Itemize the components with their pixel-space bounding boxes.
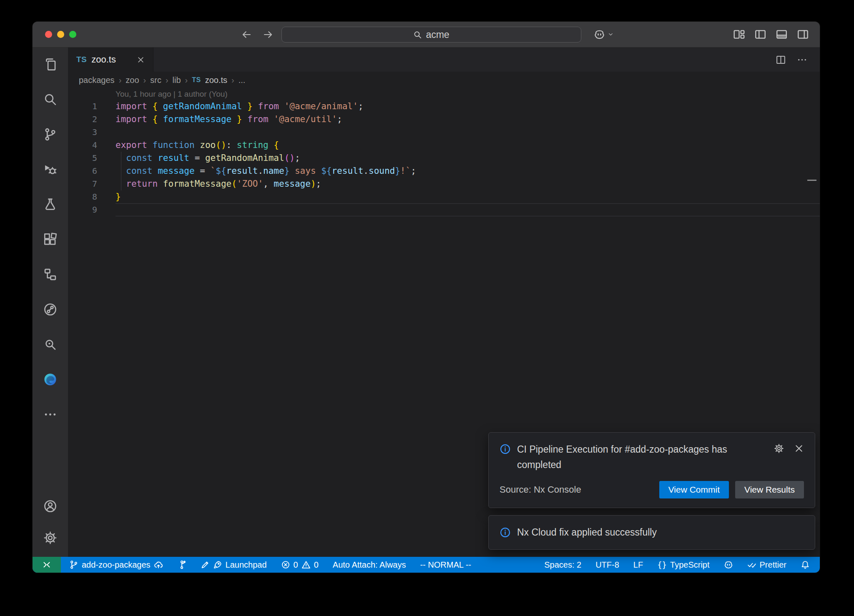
line-number: 2 — [68, 113, 97, 126]
notifications-bell-icon[interactable] — [798, 557, 812, 573]
git-blame-annotation: You, 1 hour ago | 1 author (You) — [116, 88, 820, 100]
code-line[interactable]: 2import { formatMessage } from '@acme/ut… — [68, 113, 820, 126]
formatter-status[interactable]: Prettier — [745, 557, 789, 573]
copilot-status[interactable] — [721, 557, 736, 573]
info-icon — [500, 527, 511, 538]
launchpad-label: Launchpad — [226, 560, 267, 570]
launchpad-button[interactable]: Launchpad — [198, 557, 269, 573]
indent-guide — [121, 152, 121, 190]
line-number: 4 — [68, 139, 97, 152]
activity-bar — [33, 48, 68, 557]
run-debug-icon[interactable] — [40, 158, 61, 180]
toggle-panel-icon[interactable] — [776, 28, 788, 40]
code-line[interactable]: 6 const message = `${result.name} says $… — [68, 165, 820, 178]
breadcrumb-file[interactable]: zoo.ts — [205, 75, 227, 85]
minimize-window-button[interactable] — [57, 31, 64, 38]
notification-settings-gear-icon[interactable] — [774, 443, 784, 453]
copilot-icon[interactable] — [594, 29, 605, 40]
code-line-content: } — [116, 190, 820, 203]
code-line[interactable]: 3 — [68, 126, 820, 139]
settings-gear-icon[interactable] — [40, 527, 61, 548]
breadcrumb-item[interactable]: lib — [173, 75, 181, 85]
account-icon[interactable] — [40, 495, 61, 517]
notification-message: CI Pipeline Execution for #add-zoo-packa… — [517, 442, 753, 473]
warning-count: 0 — [314, 560, 319, 570]
search-references-icon[interactable] — [40, 333, 61, 355]
code-line[interactable]: 7 return formatMessage('ZOO', message); — [68, 178, 820, 190]
code-line-content: export function zoo(): string { — [116, 139, 820, 152]
breadcrumb-item[interactable]: src — [150, 75, 161, 85]
line-number: 7 — [68, 178, 97, 190]
code-line[interactable]: 5 const result = getRandomAnimal(); — [68, 152, 820, 165]
braces-icon: {} — [657, 560, 667, 569]
tab-zoo-ts[interactable]: TS zoo.ts — [68, 48, 153, 72]
zoom-window-button[interactable] — [69, 31, 76, 38]
problems-status[interactable]: 0 0 — [279, 557, 321, 573]
back-arrow-icon[interactable] — [241, 29, 252, 40]
customize-layout-icon[interactable] — [733, 28, 745, 40]
toggle-secondary-sidebar-icon[interactable] — [797, 28, 809, 40]
code-line[interactable]: 8} — [68, 190, 820, 203]
breadcrumb-item[interactable]: zoo — [126, 75, 139, 85]
typescript-file-icon: TS — [192, 76, 201, 84]
line-number: 9 — [68, 203, 97, 216]
remote-indicator[interactable] — [33, 557, 61, 573]
vim-mode-indicator[interactable]: -- NORMAL -- — [417, 557, 474, 573]
chevron-right-icon: › — [143, 75, 146, 85]
breadcrumb-item[interactable]: packages — [79, 75, 115, 85]
notification-message: Nx Cloud fix applied successfully — [517, 525, 657, 540]
split-editor-icon[interactable] — [776, 55, 786, 65]
line-number: 5 — [68, 152, 97, 165]
eol-status[interactable]: LF — [631, 557, 646, 573]
encoding-status[interactable]: UTF-8 — [593, 557, 622, 573]
title-bar: acme — [33, 22, 820, 48]
source-control-graph-button[interactable] — [175, 557, 189, 573]
close-window-button[interactable] — [45, 31, 52, 38]
chevron-right-icon: › — [185, 75, 188, 85]
wand-icon — [201, 560, 210, 569]
line-number: 3 — [68, 126, 97, 139]
code-line-content — [116, 203, 820, 216]
breadcrumb-symbol-overflow[interactable]: ... — [239, 75, 246, 85]
notification-toast: Nx Cloud fix applied successfully — [488, 515, 815, 550]
view-results-button[interactable]: View Results — [735, 481, 804, 498]
error-count: 0 — [294, 560, 298, 570]
line-number: 6 — [68, 165, 97, 178]
code-line[interactable]: 1import { getRandomAnimal } from '@acme/… — [68, 100, 820, 113]
code-line-content — [116, 126, 820, 139]
testing-icon[interactable] — [40, 193, 61, 215]
warning-icon — [301, 560, 311, 569]
nx-console-icon[interactable] — [40, 263, 61, 285]
copilot-icon — [724, 560, 733, 569]
code-line[interactable]: 4export function zoo(): string { — [68, 139, 820, 152]
code-line-content: import { formatMessage } from '@acme/uti… — [116, 113, 820, 126]
chevron-right-icon: › — [119, 75, 122, 85]
tab-close-icon[interactable] — [137, 56, 145, 64]
edge-browser-icon[interactable] — [40, 368, 61, 390]
indentation-status[interactable]: Spaces: 2 — [542, 557, 584, 573]
pipeline-graph-icon[interactable] — [40, 298, 61, 320]
language-mode-status[interactable]: {} TypeScript — [655, 557, 712, 573]
code-line-content: const result = getRandomAnimal(); — [116, 152, 820, 165]
notification-close-icon[interactable] — [794, 443, 804, 453]
chevron-down-icon[interactable] — [608, 31, 614, 38]
explorer-icon[interactable] — [40, 53, 61, 75]
overview-ruler-mark — [807, 180, 816, 181]
source-control-icon[interactable] — [40, 123, 61, 145]
editor-more-actions-icon[interactable] — [797, 55, 807, 65]
breadcrumb: packages› zoo› src› lib› TS zoo.ts› ... — [68, 72, 820, 88]
more-views-icon[interactable] — [40, 403, 61, 425]
line-number: 8 — [68, 190, 97, 203]
command-center-search[interactable]: acme — [281, 27, 581, 43]
auto-attach-status[interactable]: Auto Attach: Always — [330, 557, 409, 573]
view-commit-button[interactable]: View Commit — [659, 481, 729, 498]
chevron-right-icon: › — [166, 75, 168, 85]
search-sidebar-icon[interactable] — [40, 88, 61, 110]
code-line-content: return formatMessage('ZOO', message); — [116, 178, 820, 190]
toggle-primary-sidebar-icon[interactable] — [754, 28, 766, 40]
code-line[interactable]: 9 — [68, 203, 820, 216]
extensions-icon[interactable] — [40, 228, 61, 250]
forward-arrow-icon[interactable] — [263, 29, 274, 40]
status-bar: add-zoo-packages Launchpad 0 0 Auto Atta… — [33, 557, 820, 573]
git-branch-status[interactable]: add-zoo-packages — [67, 557, 166, 573]
